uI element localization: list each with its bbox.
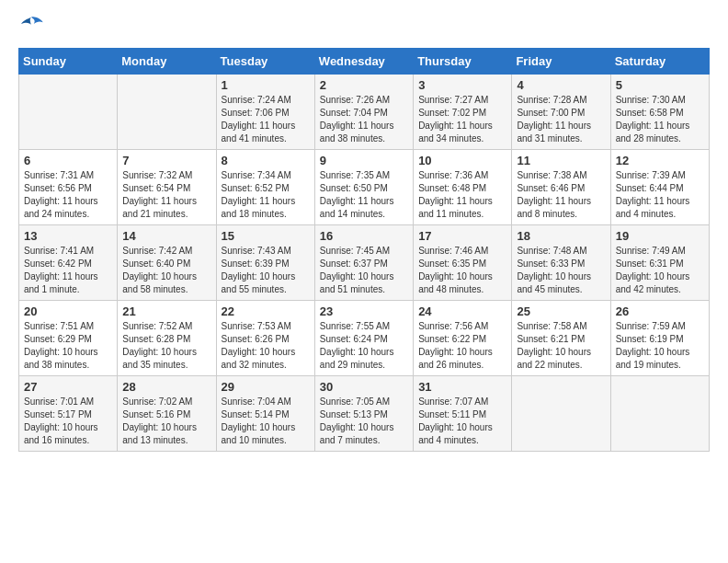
cell-content: Daylight: 10 hours and 13 minutes. bbox=[122, 421, 210, 447]
calendar-week-row: 13Sunrise: 7:41 AMSunset: 6:42 PMDayligh… bbox=[19, 225, 710, 301]
cell-content: Sunset: 5:16 PM bbox=[122, 408, 210, 421]
day-number: 26 bbox=[616, 304, 704, 318]
cell-content: Sunset: 5:17 PM bbox=[24, 408, 112, 421]
cell-content: Sunrise: 7:41 AM bbox=[24, 245, 112, 258]
cell-content: Daylight: 10 hours and 22 minutes. bbox=[517, 346, 605, 372]
calendar-cell: 30Sunrise: 7:05 AMSunset: 5:13 PMDayligh… bbox=[314, 376, 413, 452]
cell-content: Sunrise: 7:32 AM bbox=[122, 169, 210, 182]
day-number: 8 bbox=[222, 154, 310, 167]
cell-content: Sunset: 6:52 PM bbox=[222, 182, 310, 195]
cell-content: Sunrise: 7:34 AM bbox=[222, 169, 310, 182]
cell-content: Sunrise: 7:42 AM bbox=[122, 245, 210, 258]
calendar-header-row: SundayMondayTuesdayWednesdayThursdayFrid… bbox=[19, 49, 710, 75]
day-number: 20 bbox=[24, 304, 112, 318]
cell-content: Daylight: 10 hours and 7 minutes. bbox=[320, 421, 408, 447]
cell-content: Daylight: 11 hours and 18 minutes. bbox=[222, 195, 310, 221]
cell-content: Sunrise: 7:51 AM bbox=[24, 320, 112, 333]
page-header bbox=[18, 15, 710, 39]
cell-content: Sunrise: 7:39 AM bbox=[616, 169, 704, 182]
day-number: 1 bbox=[222, 78, 310, 92]
cell-content: Daylight: 11 hours and 34 minutes. bbox=[418, 120, 506, 145]
calendar-cell: 18Sunrise: 7:48 AMSunset: 6:33 PMDayligh… bbox=[512, 225, 610, 301]
day-number: 21 bbox=[122, 304, 210, 318]
cell-content: Sunset: 6:46 PM bbox=[517, 182, 605, 195]
calendar-cell: 27Sunrise: 7:01 AMSunset: 5:17 PMDayligh… bbox=[19, 376, 118, 452]
cell-content: Sunset: 5:13 PM bbox=[320, 408, 408, 421]
day-number: 18 bbox=[517, 229, 605, 243]
cell-content: Daylight: 10 hours and 48 minutes. bbox=[418, 270, 506, 296]
cell-content: Daylight: 11 hours and 38 minutes. bbox=[320, 120, 408, 145]
cell-content: Daylight: 11 hours and 11 minutes. bbox=[418, 195, 506, 221]
weekday-header: Sunday bbox=[19, 49, 118, 75]
cell-content: Daylight: 10 hours and 42 minutes. bbox=[616, 270, 704, 296]
cell-content: Sunset: 7:04 PM bbox=[320, 107, 408, 120]
cell-content: Sunrise: 7:04 AM bbox=[222, 396, 310, 408]
cell-content: Daylight: 11 hours and 14 minutes. bbox=[320, 195, 408, 221]
day-number: 13 bbox=[24, 229, 112, 243]
calendar-cell: 8Sunrise: 7:34 AMSunset: 6:52 PMDaylight… bbox=[216, 150, 314, 225]
calendar-cell: 14Sunrise: 7:42 AMSunset: 6:40 PMDayligh… bbox=[118, 225, 216, 301]
cell-content: Sunrise: 7:05 AM bbox=[320, 396, 408, 408]
day-number: 17 bbox=[418, 229, 506, 243]
calendar-cell: 11Sunrise: 7:38 AMSunset: 6:46 PMDayligh… bbox=[512, 150, 610, 225]
cell-content: Sunrise: 7:55 AM bbox=[320, 320, 408, 333]
day-number: 16 bbox=[320, 229, 408, 243]
cell-content: Daylight: 10 hours and 35 minutes. bbox=[122, 346, 210, 372]
day-number: 22 bbox=[222, 304, 310, 318]
cell-content: Daylight: 10 hours and 29 minutes. bbox=[320, 346, 408, 372]
cell-content: Daylight: 11 hours and 28 minutes. bbox=[616, 120, 704, 145]
day-number: 10 bbox=[418, 154, 506, 167]
day-number: 4 bbox=[517, 78, 605, 92]
day-number: 19 bbox=[616, 229, 704, 243]
cell-content: Daylight: 10 hours and 10 minutes. bbox=[222, 421, 310, 447]
calendar-cell: 23Sunrise: 7:55 AMSunset: 6:24 PMDayligh… bbox=[314, 301, 413, 376]
day-number: 30 bbox=[320, 380, 408, 394]
calendar-cell: 17Sunrise: 7:46 AMSunset: 6:35 PMDayligh… bbox=[414, 225, 512, 301]
calendar-cell bbox=[19, 75, 118, 150]
cell-content: Sunrise: 7:38 AM bbox=[517, 169, 605, 182]
cell-content: Sunset: 6:48 PM bbox=[418, 182, 506, 195]
calendar-cell bbox=[118, 75, 216, 150]
day-number: 28 bbox=[122, 380, 210, 394]
weekday-header: Wednesday bbox=[314, 49, 413, 75]
cell-content: Daylight: 11 hours and 1 minute. bbox=[24, 270, 112, 296]
cell-content: Sunset: 6:40 PM bbox=[122, 258, 210, 270]
calendar-cell bbox=[610, 376, 709, 452]
cell-content: Sunset: 6:37 PM bbox=[320, 258, 408, 270]
weekday-header: Saturday bbox=[610, 49, 709, 75]
cell-content: Sunset: 6:35 PM bbox=[418, 258, 506, 270]
cell-content: Daylight: 10 hours and 58 minutes. bbox=[122, 270, 210, 296]
cell-content: Sunrise: 7:31 AM bbox=[24, 169, 112, 182]
calendar-cell: 13Sunrise: 7:41 AMSunset: 6:42 PMDayligh… bbox=[19, 225, 118, 301]
cell-content: Sunrise: 7:58 AM bbox=[517, 320, 605, 333]
calendar-cell: 4Sunrise: 7:28 AMSunset: 7:00 PMDaylight… bbox=[512, 75, 610, 150]
calendar-week-row: 20Sunrise: 7:51 AMSunset: 6:29 PMDayligh… bbox=[19, 301, 710, 376]
cell-content: Daylight: 10 hours and 55 minutes. bbox=[222, 270, 310, 296]
day-number: 11 bbox=[517, 154, 605, 167]
cell-content: Sunrise: 7:48 AM bbox=[517, 245, 605, 258]
weekday-header: Friday bbox=[512, 49, 610, 75]
cell-content: Sunrise: 7:26 AM bbox=[320, 94, 408, 107]
cell-content: Sunset: 6:19 PM bbox=[616, 333, 704, 346]
cell-content: Daylight: 10 hours and 51 minutes. bbox=[320, 270, 408, 296]
day-number: 6 bbox=[24, 154, 112, 167]
calendar-cell: 16Sunrise: 7:45 AMSunset: 6:37 PMDayligh… bbox=[314, 225, 413, 301]
calendar-week-row: 6Sunrise: 7:31 AMSunset: 6:56 PMDaylight… bbox=[19, 150, 710, 225]
cell-content: Sunset: 6:28 PM bbox=[122, 333, 210, 346]
calendar-cell bbox=[512, 376, 610, 452]
cell-content: Daylight: 11 hours and 4 minutes. bbox=[616, 195, 704, 221]
calendar-cell: 31Sunrise: 7:07 AMSunset: 5:11 PMDayligh… bbox=[414, 376, 512, 452]
calendar-cell: 9Sunrise: 7:35 AMSunset: 6:50 PMDaylight… bbox=[314, 150, 413, 225]
cell-content: Sunset: 5:11 PM bbox=[418, 408, 506, 421]
cell-content: Daylight: 10 hours and 16 minutes. bbox=[24, 421, 112, 447]
calendar-cell: 29Sunrise: 7:04 AMSunset: 5:14 PMDayligh… bbox=[216, 376, 314, 452]
day-number: 12 bbox=[616, 154, 704, 167]
cell-content: Sunrise: 7:46 AM bbox=[418, 245, 506, 258]
cell-content: Sunset: 6:44 PM bbox=[616, 182, 704, 195]
calendar-cell: 19Sunrise: 7:49 AMSunset: 6:31 PMDayligh… bbox=[610, 225, 709, 301]
cell-content: Sunset: 7:02 PM bbox=[418, 107, 506, 120]
cell-content: Sunset: 7:00 PM bbox=[517, 107, 605, 120]
day-number: 27 bbox=[24, 380, 112, 394]
day-number: 15 bbox=[222, 229, 310, 243]
cell-content: Sunrise: 7:24 AM bbox=[222, 94, 310, 107]
